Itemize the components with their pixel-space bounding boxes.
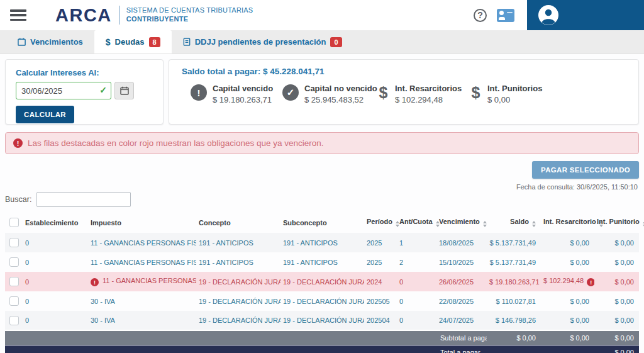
tab-label: Deudas — [115, 37, 145, 47]
col-subconcepto: Subconcepto — [280, 212, 364, 233]
cell-impuesto: 11 - GANANCIAS PERSONAS FISICAS — [88, 252, 196, 272]
tab-label: DDJJ pendientes de presentación — [195, 37, 326, 47]
system-title: SISTEMA DE CUENTAS TRIBUTARIAS — [126, 6, 253, 15]
cell-periodo: 2024 — [364, 272, 397, 291]
tab-ddjj-pendientes[interactable]: DDJJ pendientes de presentación 0 — [172, 30, 353, 53]
col-saldo[interactable]: Saldo — [487, 212, 541, 233]
cell-concepto: 191 - ANTICIPOS — [196, 233, 280, 252]
table-header-row: Establecimiento Impuesto Concepto Subcon… — [5, 212, 639, 233]
row-checkbox[interactable] — [9, 257, 19, 267]
stat-label: Int. Punitorios — [487, 84, 542, 94]
menu-icon[interactable] — [10, 9, 26, 21]
dollar-icon: $ — [378, 84, 389, 101]
row-checkbox[interactable] — [9, 238, 19, 247]
cell-concepto: 19 - DECLARACIÓN JURADA — [196, 291, 280, 311]
id-card-icon[interactable] — [497, 9, 514, 22]
cell-periodo: 202505 — [364, 291, 397, 311]
dollar-icon: $ — [106, 37, 111, 47]
table-row: 0 11 - GANANCIAS PERSONAS FISICAS 191 - … — [5, 252, 639, 272]
cell-saldo: $ 5.137.731,49 — [487, 252, 541, 272]
calcular-button[interactable]: CALCULAR — [16, 106, 74, 123]
balance-summary-panel: Saldo total a pagar: $ 45.228.041,71 ! C… — [169, 59, 639, 125]
cell-concepto: 19 - DECLARACIÓN JURADA — [196, 272, 280, 291]
table-row: 0 30 - IVA 19 - DECLARACIÓN JURADA 19 - … — [5, 291, 639, 311]
calendar-icon — [18, 38, 26, 46]
cell-ant-cuota: 1 — [397, 233, 436, 252]
tab-vencimientos[interactable]: Vencimientos — [6, 30, 94, 53]
overdue-warning-icon: ! — [91, 278, 99, 286]
arca-logo: ARCA — [55, 5, 112, 26]
col-vencimiento[interactable]: Vencimiento — [436, 212, 487, 233]
dollar-icon: $ — [470, 84, 481, 101]
system-title-block: SISTEMA DE CUENTAS TRIBUTARIAS CONTRIBUY… — [126, 6, 253, 24]
sort-icon — [483, 221, 487, 227]
pagar-seleccionado-button[interactable]: PAGAR SELECCIONADO — [532, 161, 639, 179]
cell-int-resarcitorio: $ 102.294,48! — [541, 272, 594, 291]
total-row: Total a pagar $ 0,00 — [5, 345, 639, 353]
cell-saldo: $ 5.137.731,49 — [487, 233, 541, 252]
tab-label: Vencimientos — [30, 37, 83, 47]
user-menu[interactable] — [527, 0, 644, 30]
cell-int-punitorio: $ 0,00 — [594, 311, 639, 330]
col-periodo[interactable]: Período — [364, 212, 397, 233]
subtotal-int-punitorio: $ 0,00 — [594, 330, 639, 345]
logo-divider — [119, 6, 120, 25]
cell-vencimiento: 15/10/2025 — [436, 252, 487, 272]
row-checkbox[interactable] — [9, 277, 19, 286]
cell-saldo: $ 146.798,26 — [487, 311, 541, 330]
cell-int-resarcitorio: $ 0,00 — [541, 252, 594, 272]
stat-value: $ 25.945.483,52 — [304, 94, 377, 106]
cell-impuesto: 11 - GANANCIAS PERSONAS FISICAS — [88, 233, 196, 252]
select-all-checkbox[interactable] — [9, 218, 19, 227]
row-checkbox[interactable] — [9, 296, 19, 306]
stat-value: $ 0,00 — [487, 94, 542, 106]
cell-establecimiento: 0 — [23, 252, 88, 272]
col-int-punitorio[interactable]: Int. Punitorio — [594, 212, 639, 233]
sort-icon — [532, 221, 536, 227]
cell-vencimiento: 22/08/2025 — [436, 291, 487, 311]
deudas-count-badge: 8 — [149, 37, 160, 47]
document-icon — [183, 38, 191, 46]
cell-impuesto: 30 - IVA — [88, 311, 196, 330]
cell-vencimiento: 26/06/2025 — [436, 272, 487, 291]
user-avatar-icon — [538, 5, 558, 25]
help-icon[interactable]: ? — [474, 9, 487, 22]
alert-text: Las filas destacadas en color rojo muest… — [28, 138, 324, 148]
interest-label: Calcular Intereses Al: — [16, 68, 153, 77]
interest-date-input[interactable] — [16, 82, 111, 99]
cell-establecimiento: 0 — [23, 272, 88, 291]
cell-ant-cuota: 0 — [397, 272, 436, 291]
stat-label: Int. Resarcitorios — [395, 84, 462, 94]
cell-subconcepto: 191 - ANTICIPOS — [280, 233, 364, 252]
cell-saldo: $ 110.027,81 — [487, 291, 541, 311]
table-row-overdue: 0 !11 - GANANCIAS PERSONAS FISICAS 19 - … — [5, 272, 639, 291]
tab-deudas[interactable]: $ Deudas 8 — [94, 30, 172, 53]
col-int-resarcitorio[interactable]: Int. Resarcitorio — [541, 212, 594, 233]
cell-saldo: $ 19.180.263,71 — [487, 272, 541, 291]
tab-bar: Vencimientos $ Deudas 8 DDJJ pendientes … — [0, 30, 644, 54]
total-value: $ 0,00 — [594, 345, 639, 353]
cell-periodo: 202504 — [364, 311, 397, 330]
stat-capital-no-vencido: ✓ Capital no vencido $ 25.945.483,52 — [282, 84, 378, 105]
search-input[interactable] — [36, 192, 131, 207]
header-actions: ? — [474, 0, 644, 30]
ddjj-count-badge: 0 — [330, 37, 341, 47]
cell-concepto: 19 - DECLARACIÓN JURADA — [196, 311, 280, 330]
row-checkbox[interactable] — [9, 316, 19, 325]
overdue-alert: ! Las filas destacadas en color rojo mue… — [5, 132, 639, 154]
cell-impuesto: 30 - IVA — [88, 291, 196, 311]
calendar-picker-button[interactable] — [114, 82, 134, 99]
col-concepto: Concepto — [196, 212, 280, 233]
total-label: Total a pagar — [436, 345, 487, 353]
search-label: Buscar: — [5, 195, 31, 204]
debts-table: Establecimiento Impuesto Concepto Subcon… — [5, 212, 639, 353]
calendar-icon — [120, 86, 129, 95]
stat-value: $ 102.294,48 — [395, 94, 462, 106]
cell-ant-cuota: 0 — [397, 291, 436, 311]
exclamation-circle-icon: ! — [191, 84, 207, 101]
cell-int-resarcitorio: $ 0,00 — [541, 291, 594, 311]
table-row: 0 30 - IVA 19 - DECLARACIÓN JURADA 19 - … — [5, 311, 639, 330]
col-ant-cuota[interactable]: Ant/Cuota — [397, 212, 436, 233]
valid-check-icon: ✓ — [99, 85, 107, 95]
interest-warning-icon: ! — [587, 278, 594, 286]
